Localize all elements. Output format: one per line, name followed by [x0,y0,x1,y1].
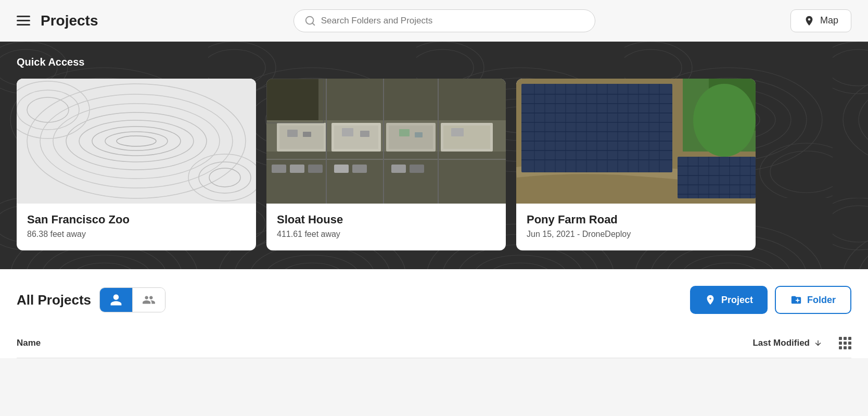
pony-farm-info: Pony Farm Road Jun 15, 2021 - DroneDeplo… [516,204,756,250]
sloat-house-name: Sloat House [277,213,495,226]
svg-rect-26 [389,125,433,149]
svg-rect-34 [451,128,464,136]
new-project-label: Project [721,295,753,306]
svg-line-1 [312,23,314,25]
svg-rect-46 [266,79,318,120]
svg-rect-31 [360,131,369,137]
all-projects-left: All Projects [17,287,165,312]
map-pin-icon [803,15,815,27]
page-title: Projects [41,12,98,29]
all-projects-title: All Projects [17,292,91,308]
svg-rect-28 [287,130,298,137]
hamburger-menu-icon[interactable] [17,16,30,26]
header: Projects Map [0,0,868,42]
new-folder-label: Folder [807,295,836,306]
sloat-house-info: Sloat House 411.61 feet away [266,204,506,250]
sf-zoo-name: San Francisco Zoo [27,213,246,226]
pony-farm-image [516,79,756,204]
group-persons-icon [142,293,156,307]
cards-row: San Francisco Zoo 86.38 feet away [17,79,851,250]
search-bar [293,9,595,32]
dot-grid [839,337,851,349]
col-name-header: Name [17,338,752,348]
map-button-label: Map [820,15,838,26]
grid-view-icon[interactable] [839,337,851,349]
new-folder-button[interactable]: Folder [775,286,851,314]
svg-rect-27 [443,125,490,149]
table-header: Name Last Modified [17,329,851,358]
sloat-house-subtitle: 411.61 feet away [277,230,495,239]
sort-arrow-icon [814,339,822,347]
add-location-icon [705,294,716,306]
new-project-button[interactable]: Project [690,286,768,314]
project-card-sloat-house[interactable]: Sloat House 411.61 feet away [266,79,506,250]
view-group-btn[interactable] [133,288,165,312]
view-single-btn[interactable] [100,288,133,312]
quick-access-title: Quick Access [17,56,851,68]
svg-rect-30 [342,128,353,136]
svg-rect-29 [303,132,311,137]
all-projects-header: All Projects Project [17,286,851,314]
svg-point-51 [693,84,756,157]
search-input[interactable] [321,16,584,26]
all-projects-section: All Projects Project [0,269,868,358]
pony-farm-name: Pony Farm Road [527,213,745,226]
svg-rect-25 [334,125,378,149]
sloat-house-image [266,79,506,204]
svg-rect-39 [272,165,286,173]
svg-rect-24 [279,125,324,149]
svg-rect-45 [410,165,424,173]
single-person-icon [109,293,123,307]
sf-zoo-image [17,79,256,204]
svg-rect-43 [352,165,367,173]
last-modified-label: Last Modified [752,338,810,348]
svg-rect-74 [678,157,756,198]
quick-access-section: Quick Access [0,42,868,269]
header-left: Projects [17,12,98,29]
map-button[interactable]: Map [790,9,851,32]
pony-farm-subtitle: Jun 15, 2021 - DroneDeploy [527,230,745,239]
svg-rect-40 [290,165,304,173]
search-icon [304,15,316,27]
project-card-pony-farm[interactable]: Pony Farm Road Jun 15, 2021 - DroneDeplo… [516,79,756,250]
svg-rect-42 [334,165,349,173]
col-last-modified-header[interactable]: Last Modified [752,338,822,348]
svg-rect-32 [399,129,410,136]
sf-zoo-info: San Francisco Zoo 86.38 feet away [17,204,256,250]
add-folder-icon [790,294,802,306]
all-projects-right: Project Folder [690,286,851,314]
sf-zoo-subtitle: 86.38 feet away [27,230,246,239]
search-container [293,9,595,32]
view-toggle [99,287,165,312]
svg-rect-41 [308,165,323,173]
svg-rect-44 [391,165,406,173]
svg-rect-33 [415,132,423,137]
project-card-sf-zoo[interactable]: San Francisco Zoo 86.38 feet away [17,79,256,250]
